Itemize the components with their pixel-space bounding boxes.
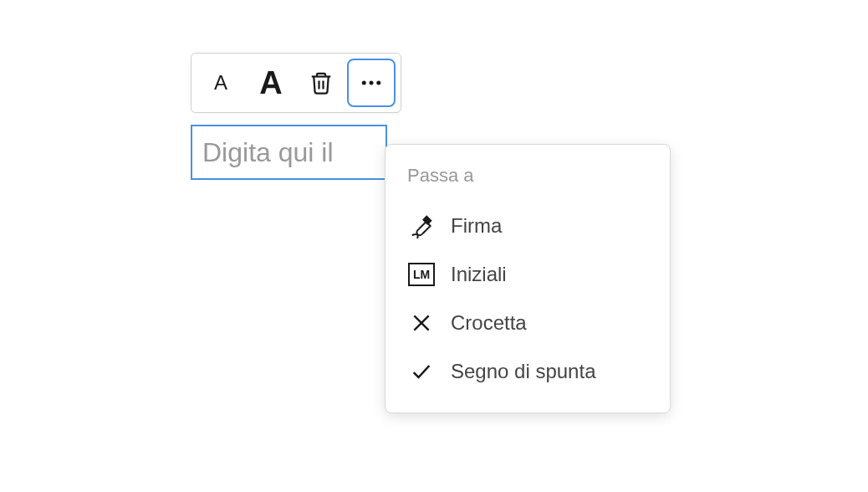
dropdown-item-label: Firma (451, 214, 502, 238)
pen-nib-icon (407, 212, 436, 240)
text-input[interactable] (202, 137, 375, 168)
text-toolbar: A A (191, 53, 401, 113)
dropdown-item-label: Crocetta (451, 311, 527, 335)
delete-button[interactable] (297, 59, 345, 107)
switch-to-dropdown: Passa a Firma LM Iniziali Crocetta (385, 144, 671, 413)
increase-text-button[interactable]: A (247, 59, 295, 107)
dropdown-item-label: Iniziali (451, 263, 507, 286)
svg-point-3 (370, 81, 374, 85)
dropdown-item-signature[interactable]: Firma (385, 202, 670, 250)
dropdown-item-cross[interactable]: Crocetta (385, 299, 670, 347)
trash-icon (307, 69, 335, 97)
more-options-button[interactable] (347, 59, 396, 107)
check-icon (407, 357, 436, 386)
initials-icon: LM (407, 260, 436, 289)
dropdown-item-initials[interactable]: LM Iniziali (385, 250, 670, 299)
x-mark-icon (407, 309, 436, 337)
svg-text:LM: LM (413, 268, 430, 281)
decrease-text-button[interactable]: A (197, 59, 245, 107)
svg-point-2 (362, 81, 366, 85)
text-input-box[interactable] (191, 125, 387, 180)
dropdown-heading: Passa a (385, 161, 670, 202)
svg-point-4 (376, 81, 380, 85)
dropdown-item-checkmark[interactable]: Segno di spunta (385, 347, 670, 396)
ellipsis-icon (357, 69, 385, 97)
dropdown-item-label: Segno di spunta (451, 360, 595, 383)
